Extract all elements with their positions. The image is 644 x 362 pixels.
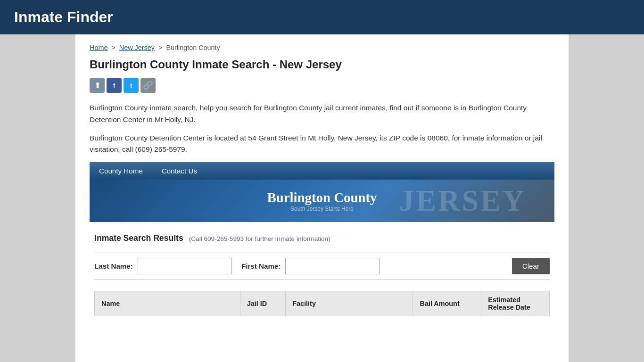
- banner-text: Burlington County South Jersey Starts He…: [267, 190, 377, 212]
- search-section: Inmate Search Results (Call 609-265-5993…: [90, 233, 554, 316]
- last-name-group: Last Name:: [94, 258, 232, 274]
- county-banner: JERSEY Burlington County South Jersey St…: [90, 180, 554, 222]
- col-header-facility: Facility: [286, 291, 413, 316]
- table-header: Name Jail ID Facility Bail Amount Estima…: [95, 291, 550, 316]
- col-header-name: Name: [95, 291, 240, 316]
- search-results-note: (Call 609-265-5993 for further Inmate in…: [189, 235, 330, 242]
- last-name-input[interactable]: [138, 258, 232, 274]
- col-header-estimated-release: Estimated Release Date: [481, 291, 550, 316]
- first-name-label: First Name:: [241, 262, 281, 270]
- breadcrumb-current: Burlington County: [166, 44, 220, 51]
- table-header-row: Name Jail ID Facility Bail Amount Estima…: [95, 291, 550, 316]
- search-section-header: Inmate Search Results (Call 609-265-5993…: [94, 233, 550, 243]
- site-title: Inmate Finder: [14, 8, 113, 25]
- clear-button[interactable]: Clear: [512, 258, 550, 274]
- county-home-link[interactable]: County Home: [99, 167, 143, 175]
- col-header-bail-amount: Bail Amount: [413, 291, 481, 316]
- share-icon[interactable]: ⬆: [90, 78, 105, 93]
- site-header: Inmate Finder: [0, 0, 644, 34]
- link-icon[interactable]: 🔗: [140, 78, 156, 93]
- first-name-group: First Name:: [241, 258, 380, 274]
- description-2: Burlington County Detention Center is lo…: [90, 132, 554, 156]
- breadcrumb: Home > New Jersey > Burlington County: [90, 44, 554, 51]
- county-nav: County Home Contact Us: [90, 162, 554, 180]
- breadcrumb-new-jersey[interactable]: New Jersey: [119, 44, 155, 51]
- banner-watermark: JERSEY: [399, 183, 526, 218]
- twitter-icon[interactable]: t: [124, 78, 139, 93]
- breadcrumb-home[interactable]: Home: [90, 44, 107, 51]
- facebook-icon[interactable]: f: [107, 78, 122, 93]
- first-name-input[interactable]: [285, 258, 380, 274]
- social-icons: ⬆ f t 🔗: [90, 78, 554, 93]
- last-name-label: Last Name:: [94, 262, 133, 270]
- col-header-jail-id: Jail ID: [240, 291, 286, 316]
- contact-us-link[interactable]: Contact Us: [162, 167, 197, 175]
- description-1: Burlington County inmate search, help yo…: [90, 102, 554, 126]
- content-area: Home > New Jersey > Burlington County Bu…: [75, 34, 569, 362]
- banner-main-name: Burlington County: [267, 190, 377, 206]
- search-results-title: Inmate Search Results: [94, 233, 183, 243]
- banner-sub-name: South Jersey Starts Here: [267, 206, 377, 212]
- results-table: Name Jail ID Facility Bail Amount Estima…: [94, 291, 550, 316]
- page-title: Burlington County Inmate Search - New Je…: [90, 58, 554, 71]
- search-form: Last Name: First Name: Clear: [94, 253, 550, 280]
